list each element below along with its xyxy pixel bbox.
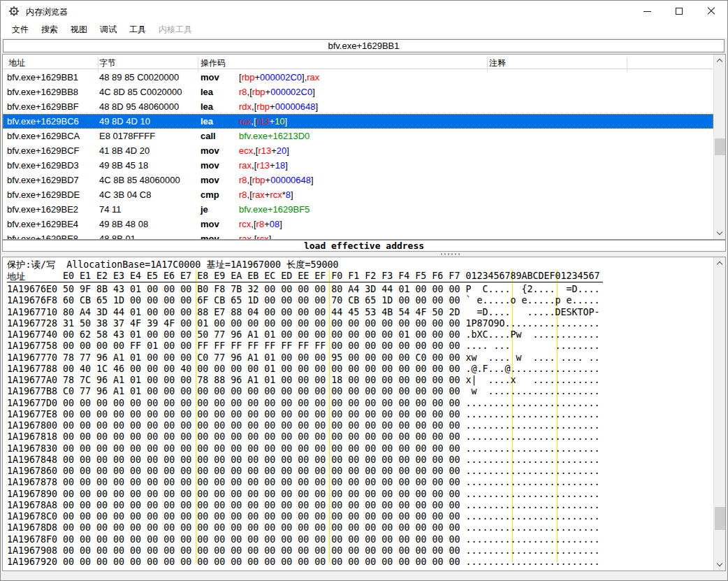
instruction-mnemonic: lea <box>201 87 213 97</box>
instruction-bytes: 49 8B 45 18 <box>99 160 148 171</box>
disasm-row[interactable]: bfv.exe+1629BCF41 8B 4D 20movecx,[r13+20… <box>3 143 713 158</box>
column-header-comment[interactable]: 注释 <box>489 57 506 69</box>
hex-row[interactable]: 1A1967800 00 00 00 00 00 00 00 00 00 00 … <box>3 420 713 431</box>
disasm-row[interactable]: bfv.exe+1629BB84C 8D 85 C0020000lear8,[r… <box>3 85 713 99</box>
address-bar[interactable]: bfv.exe+1629BB1 <box>3 39 725 52</box>
hex-offset-column-headers: E0 E1 E2 E3 E4 E5 E6 E7 E8 E9 EA EB EC E… <box>63 271 600 281</box>
maximize-icon <box>676 8 683 15</box>
instruction-bytes: 41 8B 4D 20 <box>99 145 150 156</box>
instruction-bytes: 49 8B 48 08 <box>99 219 148 229</box>
hex-row[interactable]: 1A1967890 00 00 00 00 00 00 00 00 00 00 … <box>3 489 713 500</box>
instruction-mnemonic: mov <box>201 219 219 229</box>
disasm-row-selected[interactable]: bfv.exe+1629BC649 8D 4D 10learcx,[r13+10… <box>3 114 713 129</box>
hex-row[interactable]: 1A19677B8 C0 77 96 A1 01 00 00 00 00 00 … <box>3 386 713 397</box>
panel-splitter[interactable] <box>2 252 726 257</box>
instruction-operands: [rbp+000002C0],rax <box>239 72 319 83</box>
minimize-icon <box>643 11 651 12</box>
close-button[interactable] <box>695 1 727 22</box>
menu-kernel-tools: 内核工具 <box>152 22 198 38</box>
cheat-engine-gear-icon <box>8 6 20 17</box>
hex-row[interactable]: 1A19678D8 00 00 00 00 00 00 00 00 00 00 … <box>3 522 713 533</box>
instruction-operands: rax,[r13+18] <box>239 160 288 171</box>
hex-row[interactable]: 1A1967740 00 62 58 43 01 00 00 00 50 77 … <box>3 329 713 340</box>
hex-row[interactable]: 1A1967788 00 40 1C 46 00 00 00 40 00 00 … <box>3 364 713 375</box>
hex-row[interactable]: 1A19678F0 00 00 00 00 00 00 00 00 00 00 … <box>3 534 713 545</box>
menu-search[interactable]: 搜索 <box>35 22 64 38</box>
hex-row[interactable]: 1A1967908 00 00 00 00 00 00 00 00 00 00 … <box>3 545 713 557</box>
column-header-address[interactable]: 地址 <box>8 57 25 69</box>
instruction-status-bar: load effective address <box>2 240 726 252</box>
instruction-address: bfv.exe+1629BD7 <box>7 175 79 185</box>
disasm-row[interactable]: bfv.exe+1629BE848 8B 01movrax,[rcx] <box>3 231 713 240</box>
instruction-bytes: 49 8D 4D 10 <box>99 116 150 127</box>
instruction-bytes: 48 8B 01 <box>99 234 136 240</box>
instruction-mnemonic: lea <box>201 116 213 127</box>
scroll-up-button[interactable] <box>714 257 726 269</box>
instruction-address: bfv.exe+1629BBF <box>7 101 79 112</box>
hex-row[interactable]: 1A19677D0 00 00 00 00 00 00 00 00 00 00 … <box>3 398 713 409</box>
menu-view[interactable]: 视图 <box>64 22 94 38</box>
disasm-row[interactable]: bfv.exe+1629BCAE8 0178FFFFcallbfv.exe+16… <box>3 129 713 143</box>
disassembly-panel: 地址 字节 操作码 注释 bfv.exe+1629BB148 89 85 C00… <box>2 54 726 240</box>
scrollbar-thumb[interactable] <box>715 507 725 530</box>
instruction-address: bfv.exe+1629BCF <box>7 145 79 156</box>
disasm-row[interactable]: bfv.exe+1629BD349 8B 45 18movrax,[r13+18… <box>3 158 713 173</box>
instruction-mnemonic: lea <box>201 101 213 112</box>
title-bar[interactable]: 内存浏览器 <box>1 1 727 22</box>
hex-row[interactable]: 1A1967920 00 00 00 00 00 00 00 00 00 00 … <box>3 557 713 568</box>
instruction-mnemonic: call <box>201 131 216 141</box>
instruction-address: bfv.exe+1629BD3 <box>7 160 79 171</box>
hex-row[interactable]: 1A1967710 80 A4 3D 44 01 00 00 00 88 E7 … <box>3 307 713 318</box>
hex-row[interactable]: 1A19676E0 50 9F 8B 43 01 00 00 00 B0 F8 … <box>3 284 713 295</box>
hexview-panel: 保护:读/写 AllocationBase=1A17C0000 基址=1A196… <box>2 257 726 571</box>
hex-row[interactable]: 1A1967818 00 00 00 00 00 00 00 00 00 00 … <box>3 431 713 443</box>
scroll-down-button[interactable] <box>714 559 726 571</box>
memory-region-info: 保护:读/写 AllocationBase=1A17C0000 基址=1A196… <box>7 259 339 271</box>
disasm-row[interactable]: bfv.exe+1629BDE4C 3B 04 C8cmpr8,[rax+rcx… <box>3 187 713 202</box>
hex-row[interactable]: 1A1967830 00 00 00 00 00 00 00 00 00 00 … <box>3 443 713 454</box>
scroll-up-button[interactable] <box>714 55 726 66</box>
instruction-mnemonic: cmp <box>201 189 219 200</box>
hex-row[interactable]: 1A1967860 00 00 00 00 00 00 00 00 00 00 … <box>3 466 713 477</box>
instruction-mnemonic: mov <box>201 160 219 171</box>
disasm-row[interactable]: bfv.exe+1629BE274 11jebfv.exe+1629BF5 <box>3 202 713 217</box>
instruction-bytes: 48 89 85 C0020000 <box>99 72 179 83</box>
scroll-down-button[interactable] <box>714 227 726 239</box>
menu-tools[interactable]: 工具 <box>123 22 152 38</box>
column-header-opcode[interactable]: 操作码 <box>201 57 226 69</box>
hex-row[interactable]: 1A19678C0 00 00 00 00 00 00 00 00 00 00 … <box>3 511 713 522</box>
minimize-button[interactable] <box>631 1 663 22</box>
chevron-down-icon <box>717 561 722 566</box>
hex-row[interactable]: 1A1967848 00 00 00 00 00 00 00 00 00 00 … <box>3 454 713 466</box>
instruction-mnemonic: mov <box>201 175 219 185</box>
instruction-mnemonic: mov <box>201 72 219 83</box>
hex-row[interactable]: 1A1967878 00 00 00 00 00 00 00 00 00 00 … <box>3 477 713 488</box>
disasm-row[interactable]: bfv.exe+1629BE449 8B 48 08movrcx,[r8+08] <box>3 217 713 231</box>
disasm-row[interactable]: bfv.exe+1629BD74C 8B 85 48060000movr8,[r… <box>3 173 713 187</box>
memory-browser-window: 内存浏览器 文件 搜索 视图 调试 工具 内核工具 bfv.exe+1629BB… <box>0 0 728 581</box>
menu-debug[interactable]: 调试 <box>94 22 123 38</box>
disassembly-scrollbar[interactable] <box>713 55 725 239</box>
hex-row[interactable]: 1A19677A0 78 7C 96 A1 01 00 00 00 78 88 … <box>3 375 713 386</box>
hex-row[interactable]: 1A1967770 78 77 96 A1 01 00 00 00 C0 77 … <box>3 352 713 364</box>
scrollbar-thumb[interactable] <box>715 138 725 155</box>
hex-row[interactable]: 1A19676F8 60 CB 65 1D 00 00 00 00 6F CB … <box>3 295 713 306</box>
maximize-button[interactable] <box>663 1 695 22</box>
column-header-bytes[interactable]: 字节 <box>99 57 116 69</box>
hex-row[interactable]: 1A19677E8 00 00 00 00 00 00 00 00 00 00 … <box>3 409 713 420</box>
hex-row[interactable]: 1A1967758 00 00 00 00 FF 01 00 00 FF FF … <box>3 340 713 352</box>
disasm-row[interactable]: bfv.exe+1629BBF48 8D 95 48060000leardx,[… <box>3 99 713 114</box>
instruction-operands: ecx,[r13+20] <box>239 145 289 156</box>
disasm-row[interactable]: bfv.exe+1629BB148 89 85 C0020000mov[rbp+… <box>3 70 713 85</box>
instruction-bytes: 4C 8D 85 C0020000 <box>99 87 182 97</box>
hexview-scrollbar[interactable] <box>713 257 725 571</box>
instruction-bytes: 48 8D 95 48060000 <box>99 101 179 112</box>
menu-file[interactable]: 文件 <box>6 22 35 38</box>
chevron-up-icon <box>717 261 722 267</box>
instruction-operands: bfv.exe+1629BF5 <box>239 204 310 215</box>
hex-row[interactable]: 1A19678A8 00 00 00 00 00 00 00 00 00 00 … <box>3 500 713 511</box>
disassembly-header: 地址 字节 操作码 注释 <box>3 55 713 69</box>
hex-row[interactable]: 1A1967728 31 50 38 37 4F 39 4F 00 01 00 … <box>3 318 713 329</box>
window-title: 内存浏览器 <box>26 6 68 18</box>
instruction-bytes: 4C 8B 85 48060000 <box>99 175 180 185</box>
